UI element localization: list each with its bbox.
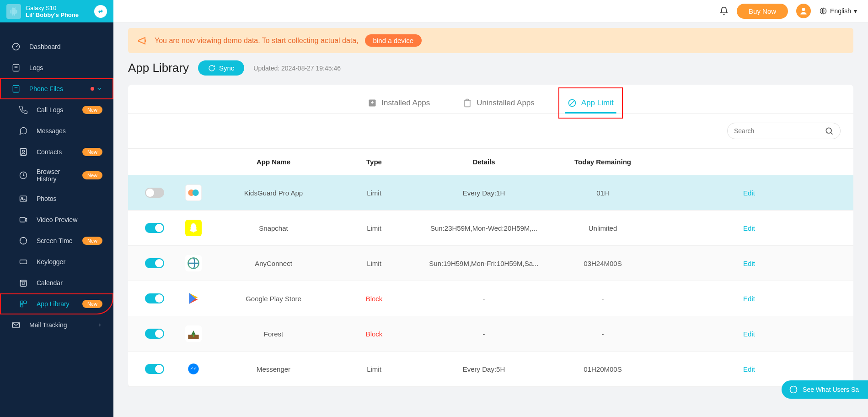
sidebar-item-screen-time[interactable]: Screen Time New	[0, 230, 113, 251]
photos-icon	[18, 194, 28, 204]
updated-timestamp: Updated: 2024-08-27 19:45:46	[253, 65, 341, 72]
nav-label: Dashboard	[29, 43, 61, 50]
sidebar-item-phone-files[interactable]: Phone Files	[0, 78, 113, 99]
chevron-right-icon	[97, 322, 102, 328]
sidebar-item-photos[interactable]: Photos	[0, 188, 113, 209]
feedback-pill[interactable]: See What Users Sa	[782, 380, 868, 399]
new-badge: New	[82, 148, 102, 156]
card: Installed Apps Uninstalled Apps App Limi…	[128, 85, 853, 387]
nav-label: Messages	[37, 127, 66, 135]
column-app-name: App Name	[214, 158, 333, 166]
table-body: KidsGuard Pro App Limit Every Day:1H 01H…	[128, 175, 853, 387]
app-name: Google Play Store	[214, 295, 333, 303]
svg-line-30	[831, 133, 833, 135]
sync-icon	[208, 65, 215, 72]
sidebar-item-app-library[interactable]: App Library New	[0, 293, 113, 314]
new-badge: New	[82, 237, 102, 245]
demo-banner: You are now viewing demo data. To start …	[128, 28, 853, 53]
avatar[interactable]	[796, 4, 811, 18]
sidebar-item-contacts[interactable]: Contacts New	[0, 141, 113, 162]
bind-device-button[interactable]: bind a device	[365, 34, 422, 47]
svg-rect-35	[193, 335, 194, 337]
search-box[interactable]	[727, 123, 841, 139]
toggle-switch[interactable]	[145, 329, 164, 339]
device-header[interactable]: Galaxy S10 Lil' Bobby's Phone	[0, 0, 113, 22]
toggle-switch[interactable]	[145, 293, 164, 303]
edit-link[interactable]: Edit	[743, 260, 755, 267]
logs-icon	[11, 63, 21, 73]
tabs: Installed Apps Uninstalled Apps App Limi…	[128, 85, 853, 114]
app-icon	[185, 220, 202, 236]
svg-rect-11	[20, 217, 26, 222]
demo-text: You are now viewing demo data. To start …	[155, 37, 359, 45]
tab-uninstalled-apps[interactable]: Uninstalled Apps	[460, 93, 537, 113]
svg-rect-22	[20, 304, 23, 307]
app-details: Every Day:1H	[415, 189, 552, 197]
app-remaining: -	[552, 295, 653, 303]
sidebar-item-messages[interactable]: Messages	[0, 120, 113, 141]
swap-icon[interactable]	[94, 5, 107, 18]
bell-icon[interactable]	[719, 6, 729, 16]
svg-point-36	[188, 363, 198, 374]
edit-link[interactable]: Edit	[743, 330, 755, 338]
app-details: Every Day:5H	[415, 365, 552, 373]
gauge-icon	[11, 42, 21, 52]
buy-now-button[interactable]: Buy Now	[737, 4, 788, 19]
app-name: Messenger	[214, 365, 333, 373]
nav-label: Call Logs	[37, 106, 74, 114]
video-icon	[18, 215, 28, 225]
page-title: App Library	[128, 61, 189, 75]
device-model: Galaxy S10	[26, 5, 90, 11]
new-badge: New	[82, 300, 102, 308]
language-selector[interactable]: English ▾	[819, 7, 857, 15]
app-remaining: -	[552, 330, 653, 338]
toggle-switch[interactable]	[145, 364, 164, 374]
sidebar-item-calendar[interactable]: 12 Calendar	[0, 272, 113, 293]
block-icon	[568, 98, 577, 108]
tab-label: Installed Apps	[381, 98, 430, 108]
sidebar-item-dashboard[interactable]: Dashboard	[0, 36, 113, 57]
svg-point-29	[826, 128, 831, 133]
svg-point-24	[802, 8, 805, 11]
app-type: Limit	[333, 189, 415, 197]
files-icon	[11, 84, 21, 94]
app-name: Snapchat	[214, 224, 333, 232]
apps-icon	[18, 299, 28, 309]
svg-point-32	[193, 190, 199, 196]
nav-label: Mail Tracking	[29, 321, 67, 329]
sidebar-item-video-preview[interactable]: Video Preview	[0, 209, 113, 230]
device-owner: Lil' Bobby's Phone	[26, 11, 90, 18]
main: Buy Now English ▾ You are now viewing de…	[113, 0, 868, 417]
app-type: Block	[333, 330, 415, 338]
app-remaining: 01H20M00S	[552, 365, 653, 373]
app-name: KidsGuard Pro App	[214, 189, 333, 197]
sidebar-item-mail-tracking[interactable]: Mail Tracking	[0, 314, 113, 336]
toggle-switch[interactable]	[145, 258, 164, 268]
sidebar-item-call-logs[interactable]: Call Logs New	[0, 99, 113, 120]
toggle-switch[interactable]	[145, 188, 164, 198]
edit-link[interactable]: Edit	[743, 189, 755, 197]
search-input[interactable]	[734, 127, 821, 135]
download-icon	[368, 98, 377, 108]
toggle-switch[interactable]	[145, 223, 164, 233]
sidebar-item-browser-history[interactable]: Browser History New	[0, 162, 113, 188]
tab-label: Uninstalled Apps	[477, 98, 535, 108]
app-type: Limit	[333, 260, 415, 267]
sidebar-item-keylogger[interactable]: Keylogger	[0, 251, 113, 272]
app-type: Limit	[333, 365, 415, 373]
sidebar-item-logs[interactable]: Logs	[0, 57, 113, 78]
svg-point-12	[20, 238, 27, 244]
messages-icon	[18, 126, 28, 136]
tab-installed-apps[interactable]: Installed Apps	[365, 93, 433, 113]
edit-link[interactable]: Edit	[743, 295, 755, 303]
edit-link[interactable]: Edit	[743, 365, 755, 373]
svg-text:12: 12	[21, 282, 25, 285]
tab-app-limit[interactable]: App Limit	[565, 93, 616, 113]
app-remaining: 03H24M00S	[552, 260, 653, 267]
table-row: AnyConnect Limit Sun:19H59M,Mon-Fri:10H5…	[128, 246, 853, 281]
edit-link[interactable]: Edit	[743, 224, 755, 232]
svg-rect-6	[20, 149, 26, 156]
app-icon	[185, 361, 202, 377]
sync-button[interactable]: Sync	[198, 60, 244, 76]
new-badge: New	[82, 106, 102, 114]
